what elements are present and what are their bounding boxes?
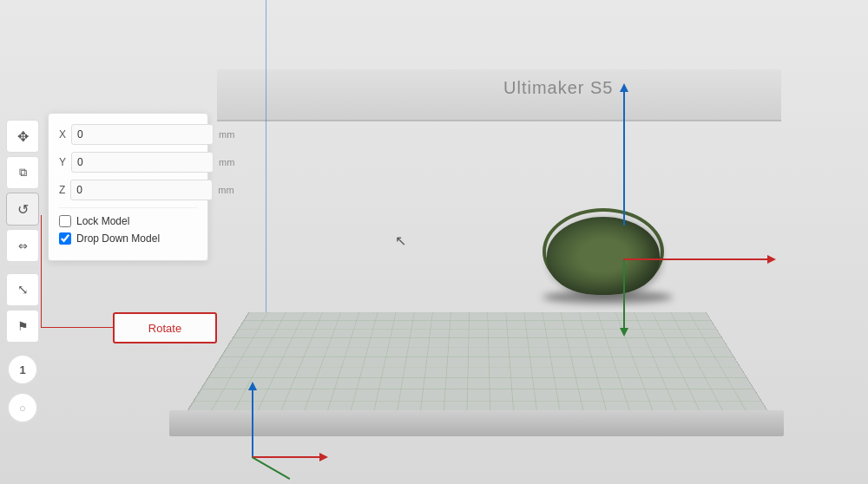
y-property-row: Y mm [59, 152, 197, 173]
x-property-row: X mm [59, 124, 197, 145]
lock-model-label[interactable]: Lock Model [76, 215, 129, 227]
copy-icon: ⧉ [19, 166, 27, 180]
toolbar-divider-1 [8, 267, 37, 268]
properties-panel: X mm Y mm Z mm Lock Model Drop Down Mode… [48, 113, 208, 261]
z-label: Z [59, 184, 65, 196]
flag-icon: ⚑ [17, 319, 29, 333]
corner-x-axis [252, 456, 321, 458]
scale-icon: ⤡ [17, 282, 29, 298]
corner-y-axis [252, 389, 253, 458]
corner-z-axis [252, 456, 290, 480]
x-unit: mm [219, 129, 234, 140]
lock-model-checkbox[interactable] [59, 215, 71, 227]
layer-number-icon: 1 [19, 363, 25, 376]
view-circle-button[interactable]: ○ [7, 392, 38, 423]
corner-y-arrow [248, 382, 257, 390]
rotate-tool-button[interactable]: ↺ [6, 193, 39, 226]
x-axis-line [623, 258, 771, 260]
copy-tool-button[interactable]: ⧉ [6, 156, 39, 189]
model-body [547, 217, 660, 295]
toolbar-divider-2 [8, 348, 37, 349]
lock-model-row: Lock Model [59, 215, 197, 227]
printer-label: Ultimaker S5 [503, 78, 613, 98]
drop-down-model-checkbox[interactable] [59, 232, 71, 245]
cursor-indicator: ↖ [395, 232, 406, 249]
rotate-icon: ↺ [17, 201, 29, 218]
move-icon: ✥ [17, 128, 29, 145]
z-axis-arrow [620, 328, 628, 337]
mirror-tool-button[interactable]: ⇔ [6, 229, 39, 262]
scale-tool-button[interactable]: ⤡ [6, 273, 39, 306]
y-axis-arrow [620, 83, 628, 92]
z-input[interactable] [70, 180, 213, 200]
z-unit: mm [218, 185, 233, 195]
printer-back-wall [217, 69, 781, 121]
z-axis-line [623, 260, 625, 330]
y-axis-line [623, 87, 625, 226]
prop-divider [59, 207, 197, 208]
drop-down-model-row: Drop Down Model [59, 232, 197, 245]
y-label: Y [59, 156, 66, 168]
move-tool-button[interactable]: ✥ [6, 120, 39, 153]
z-property-row: Z mm [59, 180, 197, 200]
layer-number-button[interactable]: 1 [7, 354, 38, 385]
rotate-button-label: Rotate [148, 322, 181, 335]
mirror-icon: ⇔ [18, 239, 28, 252]
corner-x-arrow [319, 453, 328, 461]
x-label: X [59, 128, 66, 141]
x-input[interactable] [71, 124, 214, 145]
3d-model[interactable] [538, 208, 677, 312]
x-axis-arrow [767, 255, 776, 264]
y-unit: mm [219, 157, 234, 167]
drop-down-model-label[interactable]: Drop Down Model [76, 232, 160, 245]
rotate-action-button[interactable]: Rotate [113, 312, 217, 343]
y-input[interactable] [71, 152, 214, 173]
flag-tool-button[interactable]: ⚑ [6, 310, 39, 343]
left-toolbar: ✥ ⧉ ↺ ⇔ ⤡ ⚑ 1 ○ [0, 113, 45, 430]
view-circle-icon: ○ [19, 402, 26, 415]
platform-edge [169, 410, 784, 436]
